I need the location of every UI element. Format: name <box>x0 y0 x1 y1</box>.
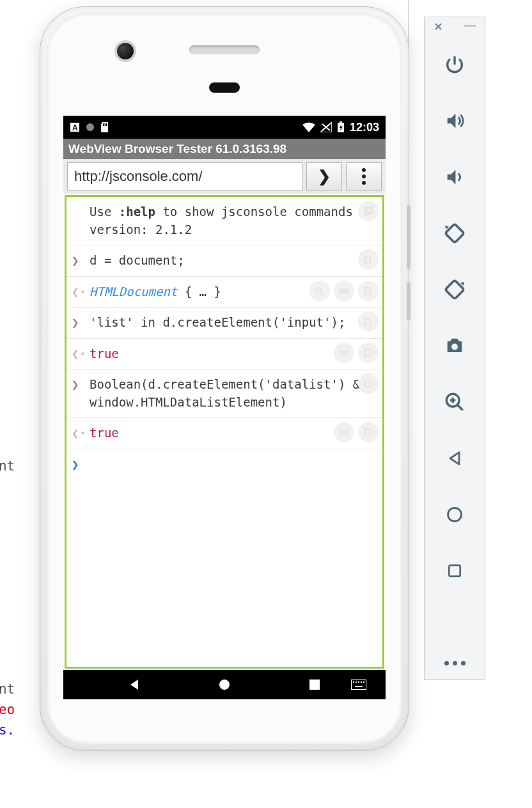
svg-point-26 <box>219 680 230 690</box>
console-output-row: ❮· true <box>66 339 382 370</box>
copy-icon[interactable] <box>358 373 379 394</box>
url-input[interactable]: http://jsconsole.com/ <box>67 162 302 190</box>
more-options-button[interactable] <box>444 661 465 680</box>
svg-point-24 <box>345 430 348 434</box>
search-icon[interactable] <box>309 281 330 301</box>
phone-speaker <box>189 45 260 54</box>
bg-code-fragment: ement <box>0 458 15 474</box>
link-icon[interactable] <box>334 422 354 442</box>
wifi-icon <box>302 122 315 132</box>
volume-down-button[interactable] <box>435 158 474 196</box>
svg-rect-22 <box>365 380 370 387</box>
copy-icon[interactable] <box>358 422 379 442</box>
nav-keyboard-button[interactable] <box>340 680 378 690</box>
svg-rect-17 <box>365 288 370 294</box>
volume-down-icon <box>444 166 465 188</box>
svg-point-19 <box>340 351 343 355</box>
copy-icon[interactable] <box>358 343 379 363</box>
copy-icon[interactable] <box>358 249 379 270</box>
emulator-home-button[interactable] <box>435 495 474 534</box>
screenshot-button[interactable] <box>435 327 474 365</box>
svg-rect-3 <box>103 123 104 126</box>
jsconsole: Use :help to show jsconsole commands ver… <box>65 195 384 669</box>
android-status-bar: A 12:03 <box>63 116 386 139</box>
battery-icon <box>337 121 345 133</box>
svg-rect-32 <box>361 681 362 683</box>
input-caret-icon: ❯ <box>72 252 79 270</box>
nav-home-button[interactable] <box>205 678 244 691</box>
console-output-row: ❮· HTMLDocument { … } <box>66 277 382 308</box>
phone-frame: A 12:03 WebView Browser Tester 61.0.3163… <box>40 6 409 751</box>
console-input-row: ❯ 'list' in d.createElement('input'); <box>66 307 382 339</box>
zoom-button[interactable] <box>435 383 474 421</box>
svg-rect-4 <box>105 123 106 126</box>
svg-rect-43 <box>449 565 460 576</box>
volume-up-button[interactable] <box>435 102 474 140</box>
prompt-caret-icon: ❯ <box>72 456 79 474</box>
status-clock: 12:03 <box>350 121 379 134</box>
svg-line-39 <box>457 405 463 410</box>
circle-status-icon <box>85 122 95 132</box>
svg-rect-12 <box>365 256 370 263</box>
link-icon[interactable] <box>334 343 354 363</box>
phone-screen: A 12:03 WebView Browser Tester 61.0.3163… <box>63 116 386 699</box>
circle-home-icon <box>218 678 231 691</box>
svg-text:A: A <box>72 123 78 132</box>
emulator-toolbar: ✕ — <box>424 17 485 680</box>
copy-icon[interactable] <box>358 201 379 221</box>
svg-rect-34 <box>355 686 363 687</box>
triangle-back-icon <box>128 678 141 691</box>
minimize-button[interactable]: — <box>464 19 476 31</box>
console-output-row: ❮· true <box>66 418 382 449</box>
square-recent-icon <box>309 679 320 690</box>
dots-icon <box>362 168 366 172</box>
square-overview-icon <box>446 563 463 579</box>
svg-point-13 <box>317 288 322 293</box>
phone-camera <box>117 43 134 59</box>
copy-icon[interactable] <box>358 311 379 332</box>
minimize-icon: — <box>464 19 476 31</box>
signal-icon <box>320 122 332 132</box>
svg-rect-27 <box>309 680 320 690</box>
chevron-right-icon: ❯ <box>318 167 331 185</box>
rotate-left-button[interactable] <box>435 214 474 252</box>
svg-point-23 <box>340 430 343 434</box>
menu-button[interactable] <box>346 162 382 190</box>
console-input-row: ❯ d = document; <box>66 245 382 277</box>
zoom-in-icon <box>444 391 465 413</box>
power-icon <box>444 54 465 75</box>
emulator-overview-button[interactable] <box>435 552 474 590</box>
svg-rect-25 <box>365 429 370 435</box>
keyboard-icon <box>351 680 366 690</box>
dots-icon <box>444 661 449 665</box>
go-button[interactable]: ❯ <box>306 162 342 190</box>
phone-sensor-pill <box>209 82 240 93</box>
nav-recent-button[interactable] <box>295 679 334 690</box>
phone-side-button <box>407 205 411 269</box>
svg-rect-31 <box>358 681 359 683</box>
svg-point-42 <box>448 508 462 522</box>
close-button[interactable]: ✕ <box>434 21 443 33</box>
output-caret-icon: ❮· <box>72 345 86 363</box>
power-button[interactable] <box>435 45 474 84</box>
rotate-right-button[interactable] <box>435 270 474 309</box>
rotate-right-icon <box>443 278 466 301</box>
dots-icon <box>453 661 457 665</box>
copy-icon[interactable] <box>358 281 379 301</box>
android-nav-bar <box>63 670 386 699</box>
circle-home-icon <box>446 506 464 524</box>
link-icon[interactable] <box>334 281 354 301</box>
bg-code-fragment: rrent <box>0 681 15 697</box>
svg-point-37 <box>451 343 458 350</box>
console-intro: Use :help to show jsconsole commands ver… <box>66 197 382 245</box>
triangle-back-icon <box>446 449 464 467</box>
nav-back-button[interactable] <box>115 678 153 691</box>
emulator-back-button[interactable] <box>435 439 474 478</box>
app-title-bar: WebView Browser Tester 61.0.3163.98 <box>63 139 386 159</box>
console-prompt[interactable]: ❯ <box>66 449 382 462</box>
input-caret-icon: ❯ <box>72 376 79 394</box>
url-bar: http://jsconsole.com/ ❯ <box>63 159 386 194</box>
svg-rect-21 <box>365 350 370 356</box>
keyboard-status-icon: A <box>70 122 80 132</box>
svg-rect-28 <box>351 680 366 690</box>
